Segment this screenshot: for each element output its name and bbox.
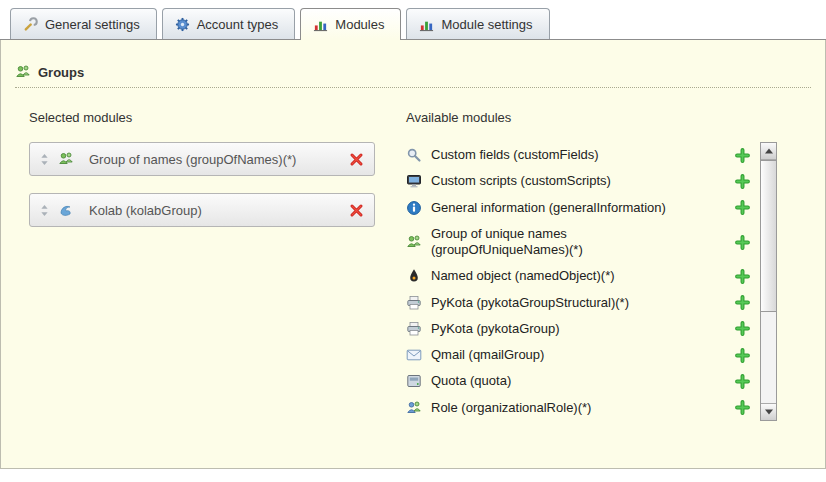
available-module-label: Named object (namedObject)(*) (431, 268, 615, 284)
plus-icon (735, 174, 750, 189)
info-icon (406, 200, 422, 216)
available-module-label: General information (generalInformation) (431, 200, 666, 216)
available-modules-column: Available modules Custom fields (customF… (406, 110, 777, 421)
tab-modules[interactable]: Modules (300, 8, 401, 40)
selected-module-label: Group of names (groupOfNames)(*) (89, 152, 296, 167)
drag-handle-icon[interactable] (40, 153, 49, 166)
available-module-label: Quota (quota) (431, 373, 511, 389)
arrow-down-icon (765, 409, 773, 414)
delete-x-icon (349, 152, 364, 167)
available-modules-list: Custom fields (customFields) Custom scri… (406, 142, 760, 421)
delete-x-icon (349, 203, 364, 218)
tab-label: Account types (197, 17, 279, 32)
plus-icon (735, 269, 750, 284)
scrollbar-thumb[interactable] (761, 160, 776, 312)
tab-general-settings[interactable]: General settings (10, 8, 157, 39)
available-module-label: PyKota (pykotaGroup) (431, 321, 560, 337)
tab-label: Modules (335, 17, 384, 32)
wrench-icon (23, 17, 38, 32)
kolab-icon (58, 202, 74, 218)
scrollbar-track[interactable] (761, 312, 776, 403)
add-module-button[interactable] (735, 148, 750, 163)
available-module-label: PyKota (pykotaGroupStructural)(*) (431, 295, 629, 311)
available-module-row: Qmail (qmailGroup) (406, 342, 760, 368)
lam-config-window: General settings Account types Modules M… (0, 0, 826, 469)
selected-module-item[interactable]: Kolab (kolabGroup) (29, 193, 375, 227)
available-modules-heading: Available modules (406, 110, 777, 125)
available-module-label: Qmail (qmailGroup) (431, 347, 544, 363)
plus-icon (735, 235, 750, 250)
available-module-row: Named object (namedObject)(*) (406, 263, 760, 289)
plus-icon (735, 348, 750, 363)
remove-module-button[interactable] (349, 203, 364, 218)
magnifier-icon (406, 147, 422, 163)
available-modules-list-wrap: Custom fields (customFields) Custom scri… (406, 142, 777, 421)
mail-icon (406, 347, 422, 363)
tab-label: Module settings (441, 17, 532, 32)
available-module-row: Role (organizationalRole)(*) (406, 395, 760, 421)
section-title: Groups (38, 65, 84, 80)
modules-columns: Selected modules Group of names (groupOf… (29, 110, 825, 421)
add-module-button[interactable] (735, 400, 750, 415)
remove-module-button[interactable] (349, 152, 364, 167)
tab-label: General settings (45, 17, 140, 32)
add-module-button[interactable] (735, 269, 750, 284)
available-module-label: Custom scripts (customScripts) (431, 173, 611, 189)
add-module-button[interactable] (735, 200, 750, 215)
plus-icon (735, 321, 750, 336)
add-module-button[interactable] (735, 235, 750, 250)
arrow-up-icon (765, 149, 773, 154)
available-module-row: Group of unique names (groupOfUniqueName… (406, 221, 760, 264)
gear-icon (175, 17, 190, 32)
available-module-row: General information (generalInformation) (406, 195, 760, 221)
available-module-label: Group of unique names (groupOfUniqueName… (431, 226, 696, 259)
add-module-button[interactable] (735, 174, 750, 189)
group-icon (15, 64, 31, 80)
selected-module-item[interactable]: Group of names (groupOfNames)(*) (29, 142, 375, 176)
drag-handle-icon[interactable] (40, 204, 49, 217)
plus-icon (735, 295, 750, 310)
printer-icon (406, 321, 422, 337)
scrollbar-up-button[interactable] (761, 143, 776, 160)
available-module-label: Role (organizationalRole)(*) (431, 400, 591, 416)
selected-module-label: Kolab (kolabGroup) (89, 203, 202, 218)
chart-icon (313, 17, 328, 32)
printer-icon (406, 295, 422, 311)
add-module-button[interactable] (735, 295, 750, 310)
add-module-button[interactable] (735, 374, 750, 389)
disk-icon (406, 373, 422, 389)
tab-module-settings[interactable]: Module settings (406, 8, 549, 39)
content-panel: Groups Selected modules Group of names (… (0, 40, 826, 469)
group-icon (58, 151, 74, 167)
add-module-button[interactable] (735, 348, 750, 363)
scrollbar-down-button[interactable] (761, 403, 776, 420)
plus-icon (735, 148, 750, 163)
tab-account-types[interactable]: Account types (162, 8, 296, 39)
available-module-row: PyKota (pykotaGroup) (406, 316, 760, 342)
scrollbar[interactable] (760, 142, 777, 421)
plus-icon (735, 374, 750, 389)
monitor-icon (406, 173, 422, 189)
available-module-row: Custom fields (customFields) (406, 142, 760, 168)
available-module-row: PyKota (pykotaGroupStructural)(*) (406, 290, 760, 316)
selected-modules-column: Selected modules Group of names (groupOf… (29, 110, 375, 421)
section-header: Groups (15, 64, 811, 88)
tab-bar: General settings Account types Modules M… (0, 0, 826, 40)
available-module-row: Quota (quota) (406, 368, 760, 394)
plus-icon (735, 400, 750, 415)
add-module-button[interactable] (735, 321, 750, 336)
available-module-label: Custom fields (customFields) (431, 147, 599, 163)
role-icon (406, 400, 422, 416)
chart-icon (419, 17, 434, 32)
available-module-row: Custom scripts (customScripts) (406, 168, 760, 194)
selected-modules-heading: Selected modules (29, 110, 375, 125)
droplet-icon (406, 268, 422, 284)
group-icon (406, 234, 422, 250)
plus-icon (735, 200, 750, 215)
